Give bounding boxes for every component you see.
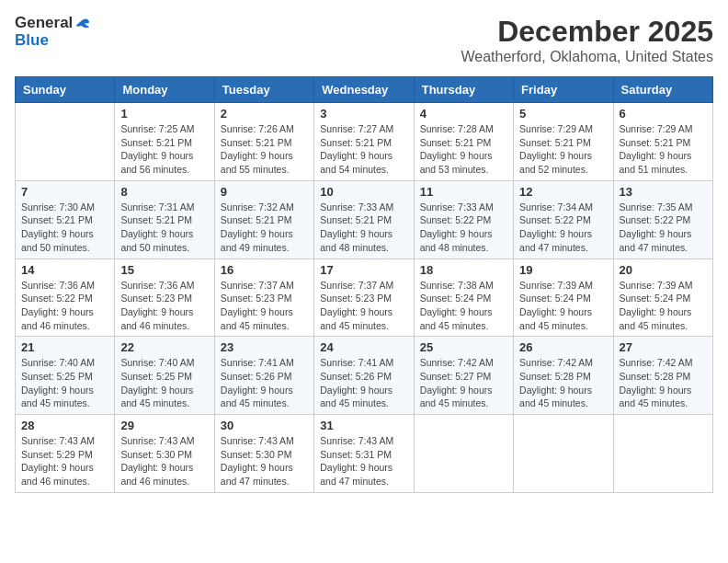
table-row: 29Sunrise: 7:43 AM Sunset: 5:30 PM Dayli…: [115, 415, 214, 493]
day-info: Sunrise: 7:33 AM Sunset: 5:22 PM Dayligh…: [420, 201, 507, 255]
day-number: 1: [120, 107, 208, 121]
table-row: 27Sunrise: 7:42 AM Sunset: 5:28 PM Dayli…: [613, 337, 712, 415]
day-number: 5: [519, 107, 607, 121]
day-number: 30: [221, 419, 308, 432]
table-row: 20Sunrise: 7:39 AM Sunset: 5:24 PM Dayli…: [613, 259, 712, 337]
calendar-week-row: 14Sunrise: 7:36 AM Sunset: 5:22 PM Dayli…: [16, 259, 713, 337]
table-row: 30Sunrise: 7:43 AM Sunset: 5:30 PM Dayli…: [214, 415, 313, 493]
table-row: 8Sunrise: 7:31 AM Sunset: 5:21 PM Daylig…: [115, 180, 214, 259]
day-number: 19: [519, 263, 607, 277]
day-info: Sunrise: 7:43 AM Sunset: 5:31 PM Dayligh…: [320, 434, 407, 488]
table-row: 5Sunrise: 7:29 AM Sunset: 5:21 PM Daylig…: [514, 103, 613, 181]
table-row: 11Sunrise: 7:33 AM Sunset: 5:22 PM Dayli…: [414, 180, 513, 259]
table-row: 17Sunrise: 7:37 AM Sunset: 5:23 PM Dayli…: [314, 259, 414, 337]
table-row: 19Sunrise: 7:39 AM Sunset: 5:24 PM Dayli…: [514, 259, 613, 337]
day-number: 6: [620, 107, 707, 121]
day-info: Sunrise: 7:42 AM Sunset: 5:28 PM Dayligh…: [519, 356, 607, 410]
day-info: Sunrise: 7:28 AM Sunset: 5:21 PM Dayligh…: [420, 122, 507, 177]
day-number: 8: [120, 185, 208, 199]
day-number: 16: [221, 263, 308, 277]
day-info: Sunrise: 7:34 AM Sunset: 5:22 PM Dayligh…: [519, 201, 607, 255]
day-info: Sunrise: 7:33 AM Sunset: 5:21 PM Dayligh…: [320, 201, 407, 255]
col-monday: Monday: [115, 77, 214, 103]
day-number: 21: [21, 340, 108, 354]
table-row: 28Sunrise: 7:43 AM Sunset: 5:29 PM Dayli…: [16, 415, 115, 493]
table-row: 24Sunrise: 7:41 AM Sunset: 5:26 PM Dayli…: [314, 337, 414, 415]
day-number: 24: [320, 340, 407, 354]
calendar-week-row: 28Sunrise: 7:43 AM Sunset: 5:29 PM Dayli…: [16, 415, 713, 493]
day-number: 25: [420, 340, 507, 354]
day-info: Sunrise: 7:42 AM Sunset: 5:27 PM Dayligh…: [420, 356, 507, 410]
table-row: [414, 415, 513, 493]
day-number: 4: [420, 107, 507, 121]
calendar-header-row: Sunday Monday Tuesday Wednesday Thursday…: [16, 77, 713, 103]
col-wednesday: Wednesday: [314, 77, 414, 103]
day-number: 31: [320, 419, 407, 432]
day-info: Sunrise: 7:29 AM Sunset: 5:21 PM Dayligh…: [620, 122, 707, 177]
table-row: 10Sunrise: 7:33 AM Sunset: 5:21 PM Dayli…: [314, 180, 414, 259]
table-row: 3Sunrise: 7:27 AM Sunset: 5:21 PM Daylig…: [314, 103, 414, 181]
day-number: 26: [519, 340, 607, 354]
col-tuesday: Tuesday: [214, 77, 313, 103]
table-row: 23Sunrise: 7:41 AM Sunset: 5:26 PM Dayli…: [214, 337, 313, 415]
table-row: 4Sunrise: 7:28 AM Sunset: 5:21 PM Daylig…: [414, 103, 513, 181]
table-row: [613, 415, 712, 493]
day-info: Sunrise: 7:29 AM Sunset: 5:21 PM Dayligh…: [519, 122, 607, 177]
day-info: Sunrise: 7:41 AM Sunset: 5:26 PM Dayligh…: [221, 356, 308, 410]
day-number: 7: [21, 185, 108, 199]
calendar-week-row: 21Sunrise: 7:40 AM Sunset: 5:25 PM Dayli…: [16, 337, 713, 415]
table-row: 6Sunrise: 7:29 AM Sunset: 5:21 PM Daylig…: [613, 103, 712, 181]
day-info: Sunrise: 7:27 AM Sunset: 5:21 PM Dayligh…: [320, 122, 407, 177]
day-number: 9: [221, 185, 308, 199]
day-info: Sunrise: 7:36 AM Sunset: 5:22 PM Dayligh…: [21, 279, 108, 333]
day-info: Sunrise: 7:39 AM Sunset: 5:24 PM Dayligh…: [519, 279, 607, 333]
table-row: 7Sunrise: 7:30 AM Sunset: 5:21 PM Daylig…: [16, 180, 115, 259]
table-row: [16, 103, 115, 181]
day-number: 14: [21, 263, 108, 277]
table-row: 1Sunrise: 7:25 AM Sunset: 5:21 PM Daylig…: [115, 103, 214, 181]
day-number: 15: [120, 263, 208, 277]
header: General Blue December 2025 Weatherford, …: [15, 15, 713, 65]
table-row: 21Sunrise: 7:40 AM Sunset: 5:25 PM Dayli…: [16, 337, 115, 415]
day-info: Sunrise: 7:42 AM Sunset: 5:28 PM Dayligh…: [620, 356, 707, 410]
day-number: 13: [620, 185, 707, 199]
day-number: 3: [320, 107, 407, 121]
day-info: Sunrise: 7:43 AM Sunset: 5:30 PM Dayligh…: [120, 434, 208, 488]
day-info: Sunrise: 7:40 AM Sunset: 5:25 PM Dayligh…: [21, 356, 108, 410]
logo: General Blue: [15, 15, 91, 49]
table-row: 15Sunrise: 7:36 AM Sunset: 5:23 PM Dayli…: [115, 259, 214, 337]
day-number: 29: [120, 419, 208, 432]
table-row: 9Sunrise: 7:32 AM Sunset: 5:21 PM Daylig…: [214, 180, 313, 259]
logo-general: General: [15, 14, 73, 31]
calendar-week-row: 1Sunrise: 7:25 AM Sunset: 5:21 PM Daylig…: [16, 103, 713, 181]
day-info: Sunrise: 7:26 AM Sunset: 5:21 PM Dayligh…: [221, 122, 308, 177]
col-friday: Friday: [514, 77, 613, 103]
day-info: Sunrise: 7:35 AM Sunset: 5:22 PM Dayligh…: [620, 201, 707, 255]
col-saturday: Saturday: [613, 77, 712, 103]
day-info: Sunrise: 7:31 AM Sunset: 5:21 PM Dayligh…: [120, 201, 208, 255]
table-row: 26Sunrise: 7:42 AM Sunset: 5:28 PM Dayli…: [514, 337, 613, 415]
logo-blue: Blue: [15, 31, 49, 49]
table-row: 2Sunrise: 7:26 AM Sunset: 5:21 PM Daylig…: [214, 103, 313, 181]
day-number: 23: [221, 340, 308, 354]
day-info: Sunrise: 7:30 AM Sunset: 5:21 PM Dayligh…: [21, 201, 108, 255]
table-row: 31Sunrise: 7:43 AM Sunset: 5:31 PM Dayli…: [314, 415, 414, 493]
table-row: 25Sunrise: 7:42 AM Sunset: 5:27 PM Dayli…: [414, 337, 513, 415]
table-row: 16Sunrise: 7:37 AM Sunset: 5:23 PM Dayli…: [214, 259, 313, 337]
logo-bird-icon: [74, 16, 91, 32]
table-row: 22Sunrise: 7:40 AM Sunset: 5:25 PM Dayli…: [115, 337, 214, 415]
logo-text: General Blue: [15, 15, 91, 49]
day-number: 10: [320, 185, 407, 199]
day-number: 22: [120, 340, 208, 354]
day-info: Sunrise: 7:41 AM Sunset: 5:26 PM Dayligh…: [320, 356, 407, 410]
table-row: [514, 415, 613, 493]
day-info: Sunrise: 7:43 AM Sunset: 5:29 PM Dayligh…: [21, 434, 108, 488]
table-row: 18Sunrise: 7:38 AM Sunset: 5:24 PM Dayli…: [414, 259, 513, 337]
table-row: 13Sunrise: 7:35 AM Sunset: 5:22 PM Dayli…: [613, 180, 712, 259]
day-info: Sunrise: 7:39 AM Sunset: 5:24 PM Dayligh…: [620, 279, 707, 333]
title-area: December 2025 Weatherford, Oklahoma, Uni…: [461, 15, 713, 65]
day-number: 2: [221, 107, 308, 121]
day-number: 12: [519, 185, 607, 199]
day-info: Sunrise: 7:40 AM Sunset: 5:25 PM Dayligh…: [120, 356, 208, 410]
day-number: 11: [420, 185, 507, 199]
